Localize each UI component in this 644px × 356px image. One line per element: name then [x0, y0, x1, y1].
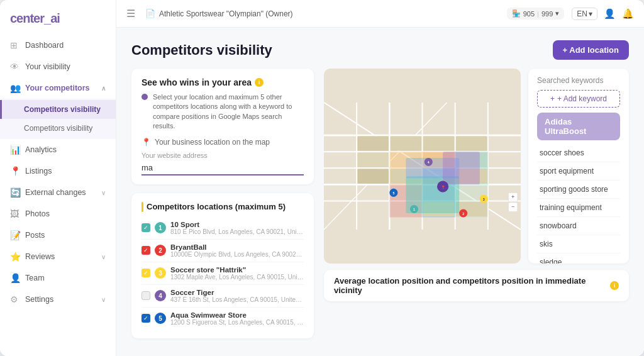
map-container[interactable]: + − 📍 1 — [324, 69, 521, 264]
comp-name-2: BryantBall — [170, 243, 304, 251]
comp-name-3: Soccer store "Hattrik" — [170, 266, 304, 274]
sidebar-item-competitors[interactable]: 👥 Your competitors ∧ — [0, 77, 116, 99]
comp-number-5: 5 — [155, 313, 166, 324]
competitors-icon: 👥 — [10, 83, 20, 93]
competitors-section: Competitors locations (maximum 5) ✓ 1 10… — [131, 193, 314, 338]
page-title: Competitors visibility — [131, 42, 272, 58]
dashboard-icon: ⊞ — [10, 40, 20, 50]
svg-rect-20 — [357, 136, 389, 150]
hamburger-icon[interactable]: ☰ — [126, 8, 135, 19]
add-location-button[interactable]: + Add location — [553, 40, 629, 60]
comp-checkbox-2[interactable]: ✓ — [142, 246, 150, 255]
keyword-item[interactable]: training equipment — [537, 199, 620, 217]
comp-number-2: 2 — [155, 245, 166, 256]
info-icon-2: i — [610, 281, 619, 290]
keyword-tooltip: Adidas UltraBoost — [537, 113, 620, 140]
app-shell: center_ai ⊞ Dashboard 👁 Your visibility … — [0, 0, 644, 356]
comp-addr-2: 10000E Olympic Blvd, Los Angeles, CA 900… — [170, 251, 304, 258]
listings-icon: 📍 — [10, 166, 20, 176]
bottom-title: Average location position and competitor… — [334, 276, 619, 295]
competitor-item: ✓ 5 Aqua Swimwear Store 1200 S Figueroa … — [142, 308, 304, 330]
comp-checkbox-1[interactable]: ✓ — [142, 223, 150, 232]
lang-chevron: ▾ — [589, 9, 592, 18]
team-icon: 👤 — [10, 273, 20, 283]
comp-checkbox-5[interactable]: ✓ — [142, 314, 150, 323]
posts-icon: 📝 — [10, 230, 20, 240]
store-name: Athletic Sportswear "Olympian" (Owner) — [159, 9, 293, 18]
chevron-down-icon-3: ∨ — [101, 296, 106, 303]
sidebar-item-posts[interactable]: 📝 Posts — [0, 225, 116, 246]
competitors-submenu: Competitors visibility Competitors visib… — [0, 99, 116, 139]
win-section: See who wins in your area i Select your … — [131, 69, 314, 184]
svg-text:📍: 📍 — [441, 185, 446, 190]
sidebar-item-visibility[interactable]: 👁 Your visibility — [0, 56, 116, 77]
badge-count-2: 999 — [541, 10, 553, 18]
page-body: See who wins in your area i Select your … — [131, 69, 629, 347]
badge-chevron: ▾ — [555, 9, 559, 18]
hint-box: Select your location and maximum 5 other… — [142, 92, 304, 131]
sidebar-item-label: Settings — [25, 295, 53, 304]
language-selector[interactable]: EN ▾ — [572, 8, 597, 20]
bell-icon[interactable]: 🔔 — [622, 8, 634, 19]
comp-addr-3: 1302 Maple Ave, Los Angeles, CA 90015, U… — [170, 274, 304, 281]
location-pin-icon: 📍 — [142, 138, 151, 147]
svg-rect-21 — [357, 152, 389, 167]
comp-info-5: Aqua Swimwear Store 1200 S Figueroa St, … — [170, 311, 304, 326]
svg-rect-22 — [357, 169, 389, 184]
reviews-icon: ⭐ — [10, 252, 20, 262]
sidebar-item-team[interactable]: 👤 Team — [0, 267, 116, 289]
analytics-icon: 📊 — [10, 145, 20, 155]
keyword-item[interactable]: sledge — [537, 253, 620, 264]
sidebar-item-listings[interactable]: 📍 Listings — [0, 160, 116, 182]
sidebar-item-photos[interactable]: 🖼 Photos — [0, 203, 116, 225]
svg-text:−: − — [511, 204, 514, 210]
sidebar-item-analytics[interactable]: 📊 Analytics — [0, 139, 116, 160]
sidebar-item-external[interactable]: 🔄 External changes ∨ — [0, 182, 116, 203]
address-input[interactable] — [142, 161, 304, 175]
map-col: + − 📍 1 — [324, 69, 521, 264]
keyword-item[interactable]: soccer shoes — [537, 144, 620, 162]
svg-rect-23 — [391, 136, 422, 150]
comp-number-3: 3 — [155, 267, 166, 279]
sidebar-item-label: External changes — [25, 188, 86, 197]
hint-text: Select your location and maximum 5 other… — [153, 92, 304, 131]
comp-number-1: 1 — [155, 222, 166, 233]
keyword-item[interactable]: sport equipment — [537, 162, 620, 181]
sidebar-item-label: Listings — [25, 167, 52, 175]
main-area: ☰ 📄 Athletic Sportswear "Olympian" (Owne… — [116, 0, 644, 356]
sidebar-item-dashboard[interactable]: ⊞ Dashboard — [0, 35, 116, 56]
keywords-col: Searched keywords + + Add keyword Adidas… — [528, 69, 629, 264]
sidebar-item-label: Team — [25, 274, 45, 282]
comp-name-5: Aqua Swimwear Store — [170, 311, 304, 319]
sidebar-item-reviews[interactable]: ⭐ Reviews ∨ — [0, 246, 116, 267]
sidebar-item-label: Analytics — [25, 145, 57, 154]
badge-count-1: 905 — [523, 10, 535, 18]
svg-rect-26 — [456, 136, 487, 150]
yellow-bar-icon — [142, 202, 143, 212]
comp-checkbox-4[interactable] — [142, 291, 150, 300]
competitor-item: 4 Soccer Tiger 437 E 16th St, Los Angele… — [142, 285, 304, 308]
comp-addr-1: 810 E Pico Blvd, Los Angeles, CA 90021, … — [170, 228, 304, 235]
top-bar: ☰ 📄 Athletic Sportswear "Olympian" (Owne… — [116, 0, 644, 28]
sidebar-item-settings[interactable]: ⚙ Settings ∨ — [0, 289, 116, 310]
svg-text:4: 4 — [428, 160, 430, 164]
sidebar-item-competitors-visibility[interactable]: Competitors visibility — [0, 100, 116, 119]
external-icon: 🔄 — [10, 187, 20, 197]
comp-checkbox-3[interactable]: ✓ — [142, 269, 150, 277]
comp-info-3: Soccer store "Hattrik" 1302 Maple Ave, L… — [170, 266, 304, 281]
sidebar-item-competitors-visibility-2[interactable]: Competitors visibility — [0, 119, 116, 138]
keyword-item[interactable]: skis — [537, 235, 620, 253]
right-column: + − 📍 1 — [324, 69, 629, 347]
user-icon[interactable]: 👤 — [604, 8, 616, 19]
comp-info-4: Soccer Tiger 437 E 16th St, Los Angeles,… — [170, 289, 304, 303]
store-badge[interactable]: 🏪 905 | 999 ▾ — [507, 8, 565, 19]
plus-icon: + — [550, 94, 555, 103]
svg-rect-32 — [443, 152, 480, 184]
info-icon: i — [255, 78, 264, 87]
keyword-item[interactable]: sporting goods store — [537, 181, 620, 199]
svg-text:5: 5 — [392, 191, 394, 195]
add-keyword-button[interactable]: + + Add keyword — [537, 90, 620, 108]
keyword-item[interactable]: snowboard — [537, 217, 620, 235]
chevron-down-icon-2: ∨ — [101, 253, 106, 260]
sidebar: center_ai ⊞ Dashboard 👁 Your visibility … — [0, 0, 116, 356]
